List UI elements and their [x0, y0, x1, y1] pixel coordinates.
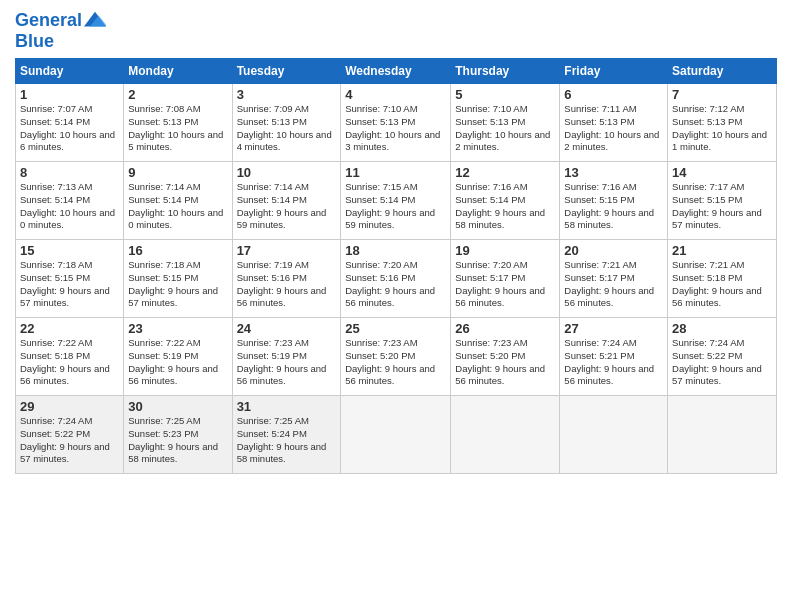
day-header-monday: Monday: [124, 59, 232, 84]
calendar-cell: 28Sunrise: 7:24 AMSunset: 5:22 PMDayligh…: [668, 318, 777, 396]
week-row-4: 22Sunrise: 7:22 AMSunset: 5:18 PMDayligh…: [16, 318, 777, 396]
logo: General Blue: [15, 10, 106, 50]
day-info: Sunrise: 7:25 AMSunset: 5:23 PMDaylight:…: [128, 415, 227, 466]
day-number: 24: [237, 321, 337, 336]
day-info: Sunrise: 7:17 AMSunset: 5:15 PMDaylight:…: [672, 181, 772, 232]
calendar-cell: 24Sunrise: 7:23 AMSunset: 5:19 PMDayligh…: [232, 318, 341, 396]
day-info: Sunrise: 7:21 AMSunset: 5:18 PMDaylight:…: [672, 259, 772, 310]
day-number: 18: [345, 243, 446, 258]
calendar-cell: [668, 396, 777, 474]
calendar-cell: 23Sunrise: 7:22 AMSunset: 5:19 PMDayligh…: [124, 318, 232, 396]
day-number: 10: [237, 165, 337, 180]
day-number: 3: [237, 87, 337, 102]
day-info: Sunrise: 7:23 AMSunset: 5:20 PMDaylight:…: [455, 337, 555, 388]
calendar-table: SundayMondayTuesdayWednesdayThursdayFrid…: [15, 58, 777, 474]
day-info: Sunrise: 7:24 AMSunset: 5:22 PMDaylight:…: [672, 337, 772, 388]
calendar-cell: 9Sunrise: 7:14 AMSunset: 5:14 PMDaylight…: [124, 162, 232, 240]
day-info: Sunrise: 7:18 AMSunset: 5:15 PMDaylight:…: [128, 259, 227, 310]
week-row-3: 15Sunrise: 7:18 AMSunset: 5:15 PMDayligh…: [16, 240, 777, 318]
day-number: 13: [564, 165, 663, 180]
day-info: Sunrise: 7:09 AMSunset: 5:13 PMDaylight:…: [237, 103, 337, 154]
day-header-wednesday: Wednesday: [341, 59, 451, 84]
day-number: 17: [237, 243, 337, 258]
day-number: 25: [345, 321, 446, 336]
day-info: Sunrise: 7:25 AMSunset: 5:24 PMDaylight:…: [237, 415, 337, 466]
week-row-2: 8Sunrise: 7:13 AMSunset: 5:14 PMDaylight…: [16, 162, 777, 240]
day-info: Sunrise: 7:21 AMSunset: 5:17 PMDaylight:…: [564, 259, 663, 310]
calendar-cell: 17Sunrise: 7:19 AMSunset: 5:16 PMDayligh…: [232, 240, 341, 318]
day-number: 30: [128, 399, 227, 414]
calendar-cell: 1Sunrise: 7:07 AMSunset: 5:14 PMDaylight…: [16, 84, 124, 162]
calendar-cell: [341, 396, 451, 474]
calendar-cell: 19Sunrise: 7:20 AMSunset: 5:17 PMDayligh…: [451, 240, 560, 318]
calendar-cell: [560, 396, 668, 474]
day-info: Sunrise: 7:16 AMSunset: 5:14 PMDaylight:…: [455, 181, 555, 232]
day-header-saturday: Saturday: [668, 59, 777, 84]
day-number: 23: [128, 321, 227, 336]
week-row-1: 1Sunrise: 7:07 AMSunset: 5:14 PMDaylight…: [16, 84, 777, 162]
week-row-5: 29Sunrise: 7:24 AMSunset: 5:22 PMDayligh…: [16, 396, 777, 474]
day-info: Sunrise: 7:23 AMSunset: 5:19 PMDaylight:…: [237, 337, 337, 388]
day-header-sunday: Sunday: [16, 59, 124, 84]
day-number: 22: [20, 321, 119, 336]
calendar-cell: 29Sunrise: 7:24 AMSunset: 5:22 PMDayligh…: [16, 396, 124, 474]
day-number: 21: [672, 243, 772, 258]
day-number: 2: [128, 87, 227, 102]
header: General Blue: [15, 10, 777, 50]
calendar-cell: 31Sunrise: 7:25 AMSunset: 5:24 PMDayligh…: [232, 396, 341, 474]
day-info: Sunrise: 7:24 AMSunset: 5:22 PMDaylight:…: [20, 415, 119, 466]
day-info: Sunrise: 7:13 AMSunset: 5:14 PMDaylight:…: [20, 181, 119, 232]
calendar-cell: 27Sunrise: 7:24 AMSunset: 5:21 PMDayligh…: [560, 318, 668, 396]
calendar-cell: 8Sunrise: 7:13 AMSunset: 5:14 PMDaylight…: [16, 162, 124, 240]
day-info: Sunrise: 7:19 AMSunset: 5:16 PMDaylight:…: [237, 259, 337, 310]
day-header-thursday: Thursday: [451, 59, 560, 84]
day-number: 31: [237, 399, 337, 414]
day-number: 9: [128, 165, 227, 180]
day-info: Sunrise: 7:16 AMSunset: 5:15 PMDaylight:…: [564, 181, 663, 232]
calendar-cell: 22Sunrise: 7:22 AMSunset: 5:18 PMDayligh…: [16, 318, 124, 396]
day-info: Sunrise: 7:08 AMSunset: 5:13 PMDaylight:…: [128, 103, 227, 154]
day-info: Sunrise: 7:22 AMSunset: 5:18 PMDaylight:…: [20, 337, 119, 388]
day-number: 8: [20, 165, 119, 180]
calendar-cell: 4Sunrise: 7:10 AMSunset: 5:13 PMDaylight…: [341, 84, 451, 162]
day-info: Sunrise: 7:14 AMSunset: 5:14 PMDaylight:…: [128, 181, 227, 232]
calendar-cell: 5Sunrise: 7:10 AMSunset: 5:13 PMDaylight…: [451, 84, 560, 162]
logo-blue: Blue: [15, 32, 106, 50]
calendar-cell: 18Sunrise: 7:20 AMSunset: 5:16 PMDayligh…: [341, 240, 451, 318]
day-info: Sunrise: 7:24 AMSunset: 5:21 PMDaylight:…: [564, 337, 663, 388]
day-info: Sunrise: 7:18 AMSunset: 5:15 PMDaylight:…: [20, 259, 119, 310]
day-number: 4: [345, 87, 446, 102]
day-info: Sunrise: 7:14 AMSunset: 5:14 PMDaylight:…: [237, 181, 337, 232]
calendar-cell: 10Sunrise: 7:14 AMSunset: 5:14 PMDayligh…: [232, 162, 341, 240]
logo-icon: [84, 10, 106, 32]
calendar-cell: 6Sunrise: 7:11 AMSunset: 5:13 PMDaylight…: [560, 84, 668, 162]
day-number: 1: [20, 87, 119, 102]
day-number: 11: [345, 165, 446, 180]
calendar-cell: 3Sunrise: 7:09 AMSunset: 5:13 PMDaylight…: [232, 84, 341, 162]
day-number: 26: [455, 321, 555, 336]
calendar-cell: 7Sunrise: 7:12 AMSunset: 5:13 PMDaylight…: [668, 84, 777, 162]
day-number: 19: [455, 243, 555, 258]
day-info: Sunrise: 7:22 AMSunset: 5:19 PMDaylight:…: [128, 337, 227, 388]
calendar-cell: 26Sunrise: 7:23 AMSunset: 5:20 PMDayligh…: [451, 318, 560, 396]
day-number: 5: [455, 87, 555, 102]
day-number: 29: [20, 399, 119, 414]
day-number: 6: [564, 87, 663, 102]
day-number: 20: [564, 243, 663, 258]
day-info: Sunrise: 7:10 AMSunset: 5:13 PMDaylight:…: [455, 103, 555, 154]
calendar-cell: 2Sunrise: 7:08 AMSunset: 5:13 PMDaylight…: [124, 84, 232, 162]
calendar-header-row: SundayMondayTuesdayWednesdayThursdayFrid…: [16, 59, 777, 84]
calendar-cell: 14Sunrise: 7:17 AMSunset: 5:15 PMDayligh…: [668, 162, 777, 240]
calendar-cell: 21Sunrise: 7:21 AMSunset: 5:18 PMDayligh…: [668, 240, 777, 318]
day-info: Sunrise: 7:07 AMSunset: 5:14 PMDaylight:…: [20, 103, 119, 154]
day-info: Sunrise: 7:10 AMSunset: 5:13 PMDaylight:…: [345, 103, 446, 154]
day-info: Sunrise: 7:15 AMSunset: 5:14 PMDaylight:…: [345, 181, 446, 232]
calendar-cell: 20Sunrise: 7:21 AMSunset: 5:17 PMDayligh…: [560, 240, 668, 318]
day-header-tuesday: Tuesday: [232, 59, 341, 84]
day-info: Sunrise: 7:20 AMSunset: 5:17 PMDaylight:…: [455, 259, 555, 310]
calendar-cell: 30Sunrise: 7:25 AMSunset: 5:23 PMDayligh…: [124, 396, 232, 474]
day-info: Sunrise: 7:23 AMSunset: 5:20 PMDaylight:…: [345, 337, 446, 388]
calendar-cell: 15Sunrise: 7:18 AMSunset: 5:15 PMDayligh…: [16, 240, 124, 318]
calendar-body: 1Sunrise: 7:07 AMSunset: 5:14 PMDaylight…: [16, 84, 777, 474]
day-info: Sunrise: 7:12 AMSunset: 5:13 PMDaylight:…: [672, 103, 772, 154]
